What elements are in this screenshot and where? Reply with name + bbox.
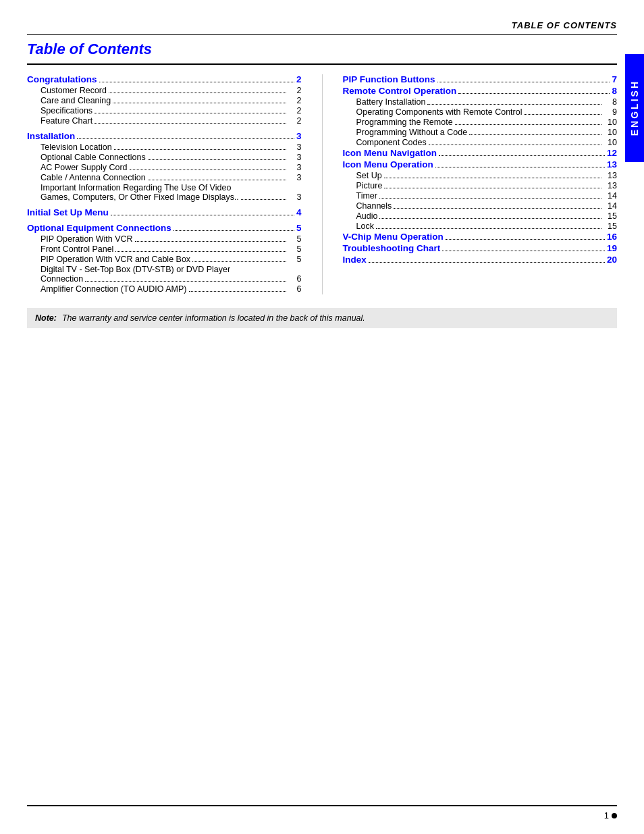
header-title: TABLE OF CONTENTS <box>512 20 617 30</box>
sub-item-page: 2 <box>288 116 302 126</box>
sub-item-multiline-1-4: Important Information Regarding The Use … <box>27 183 302 202</box>
toc-sub-dots <box>95 113 286 113</box>
page-footer: 1 <box>27 805 617 820</box>
section-heading-4: V-Chip Menu Operation 16 <box>343 232 618 242</box>
sub-item-page: 10 <box>603 128 617 137</box>
toc-sub-dots <box>384 188 601 188</box>
main-title: Table of Contents <box>27 41 617 65</box>
toc-sub-dots <box>455 124 601 125</box>
toc-dots <box>435 167 605 167</box>
sub-item-page: 2 <box>288 86 302 95</box>
sub-item-page: 2 <box>288 106 302 115</box>
sub-item-label: Channels <box>356 201 392 211</box>
sub-item-line2-text: Games, Computers, Or Other Fixed Image D… <box>41 192 239 202</box>
section-page: 8 <box>612 86 617 96</box>
toc-dots <box>99 82 294 82</box>
section-page: 3 <box>296 131 302 141</box>
sub-item-page: 13 <box>603 171 617 180</box>
sub-item-1-2: AC Power Supply Cord3 <box>27 163 302 172</box>
sub-item-label: Audio <box>356 211 378 221</box>
sub-item-label: Amplifier Connection (TO AUDIO AMP) <box>41 284 187 294</box>
page-header: TABLE OF CONTENTS <box>27 20 617 35</box>
section-page: 4 <box>296 207 302 217</box>
section-label: Installation <box>27 131 75 141</box>
toc-sub-dots <box>524 114 601 115</box>
toc-columns: Congratulations 2Customer Record2Care an… <box>27 74 617 294</box>
section-label: Index <box>343 255 367 265</box>
toc-dots <box>111 215 294 215</box>
section-heading-3: Icon Menu Operation13 <box>343 159 618 170</box>
sub-item-1-3: Programming Without a Code10 <box>343 128 618 137</box>
sub-item-1-3: Cable / Antenna Connection3 <box>27 173 302 182</box>
toc-dots <box>437 82 610 82</box>
sub-item-label: Feature Chart <box>41 116 92 126</box>
section-page: 13 <box>607 159 617 170</box>
toc-sub-dots <box>148 159 286 160</box>
sub-item-page: 6 <box>288 284 302 294</box>
sub-item-0-2: Specifications2 <box>27 106 302 115</box>
sub-item-page: 5 <box>288 255 302 264</box>
sub-item-1-0: Battery Installation8 <box>343 97 618 107</box>
section-page: 16 <box>607 232 617 242</box>
toc-right-column: PIP Function Buttons7Remote Control Oper… <box>343 74 618 294</box>
sub-item-1-4: Component Codes10 <box>343 138 618 147</box>
sub-item-3-0: PIP Operation With VCR5 <box>27 234 302 244</box>
section-label: V-Chip Menu Operation <box>343 232 444 242</box>
toc-sub-dots <box>427 104 601 105</box>
toc-sub-dots <box>115 251 286 252</box>
section-page: 2 <box>296 74 302 84</box>
section-label: Initial Set Up Menu <box>27 207 109 217</box>
sub-item-label: Battery Installation <box>356 97 426 107</box>
section-page: 5 <box>296 223 302 233</box>
toc-sub-dots <box>85 281 286 282</box>
sub-item-0-1: Care and Cleaning2 <box>27 96 302 105</box>
toc-sub-dots <box>192 261 286 262</box>
sub-item-line1: Important Information Regarding The Use … <box>41 183 302 192</box>
section-heading-5: Troubleshooting Chart19 <box>343 243 618 253</box>
sub-item-3-2: PIP Operation With VCR and Cable Box5 <box>27 255 302 264</box>
page-container: ENGLISH TABLE OF CONTENTS Table of Conte… <box>0 0 644 834</box>
sub-item-page: 15 <box>603 221 617 231</box>
sub-item-label: Front Control Panel <box>41 244 113 254</box>
side-label: ENGLISH <box>625 54 644 162</box>
toc-sub-dots <box>429 145 601 145</box>
toc-sub-dots <box>109 93 286 93</box>
sub-item-3-4: Audio15 <box>343 211 618 221</box>
toc-sub-dots <box>469 134 601 135</box>
sub-item-page: 9 <box>603 107 617 117</box>
sub-item-page: 3 <box>288 173 302 182</box>
sub-item-page: 15 <box>603 211 617 221</box>
sub-item-label: Programming Without a Code <box>356 128 468 137</box>
sub-item-line2-text: Connection <box>41 274 83 284</box>
sub-item-label: Timer <box>356 191 377 201</box>
sub-item-1-1: Operating Components with Remote Control… <box>343 107 618 117</box>
section-label: Icon Menu Navigation <box>343 148 437 158</box>
toc-sub-dots <box>189 291 286 292</box>
sub-item-page: 5 <box>288 234 302 244</box>
section-heading-2: Icon Menu Navigation 12 <box>343 148 618 158</box>
toc-dots <box>439 155 605 156</box>
section-heading-2: Initial Set Up Menu4 <box>27 207 302 217</box>
sub-item-page: 10 <box>603 118 617 127</box>
note-box: Note: The warranty and service center in… <box>27 308 617 328</box>
sub-item-page: 14 <box>603 191 617 201</box>
sub-item-page: 10 <box>603 138 617 147</box>
section-label: Optional Equipment Connections <box>27 223 171 233</box>
sub-item-page: 5 <box>288 244 302 254</box>
toc-sub-dots <box>113 103 286 103</box>
sub-item-page: 2 <box>288 96 302 105</box>
sub-item-label: Care and Cleaning <box>41 96 111 105</box>
section-label: PIP Function Buttons <box>343 74 435 84</box>
sub-item-3-0: Set Up13 <box>343 171 618 180</box>
section-label: Congratulations <box>27 74 97 84</box>
toc-dots <box>77 138 294 139</box>
sub-item-label: PIP Operation With VCR <box>41 234 133 244</box>
toc-sub-dots <box>379 218 601 219</box>
side-label-text: ENGLISH <box>629 80 640 136</box>
sub-item-label: Programming the Remote <box>356 118 453 127</box>
toc-sub-dots <box>384 178 601 178</box>
sub-item-label: Customer Record <box>41 86 107 95</box>
toc-left-column: Congratulations 2Customer Record2Care an… <box>27 74 302 294</box>
section-heading-0: Congratulations 2 <box>27 74 302 84</box>
toc-dots <box>173 230 294 231</box>
